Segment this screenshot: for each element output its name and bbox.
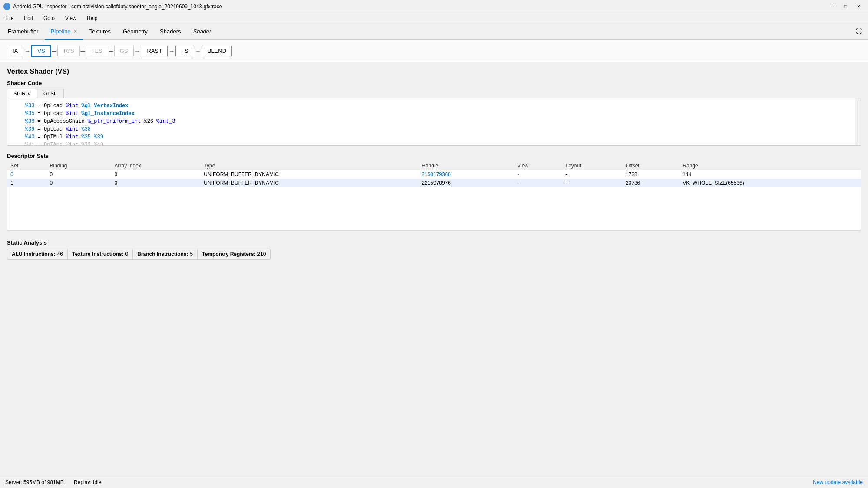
- col-layout: Layout: [562, 162, 622, 170]
- cell-binding-0: 0: [46, 170, 111, 179]
- tab-bar: Framebuffer Pipeline ✕ Textures Geometry…: [0, 23, 868, 40]
- main-content: Vertex Shader (VS) Shader Code SPIR-V GL…: [0, 62, 868, 474]
- analysis-texture: Texture Instructions: 0: [68, 249, 133, 259]
- vertex-shader-title: Vertex Shader (VS): [7, 68, 861, 75]
- stage-gs[interactable]: GS: [114, 46, 134, 56]
- cell-layout-0: -: [562, 170, 622, 179]
- menu-edit[interactable]: Edit: [20, 14, 36, 22]
- tab-framebuffer[interactable]: Framebuffer: [2, 23, 45, 40]
- table-row: 1 0 0 UNIFORM_BUFFER_DYNAMIC 2215970976 …: [7, 179, 861, 187]
- static-analysis-title: Static Analysis: [7, 239, 861, 246]
- maximize-panel-button[interactable]: ⛶: [853, 27, 865, 36]
- cell-handle-0: 2150179360: [418, 170, 514, 179]
- tab-pipeline-close[interactable]: ✕: [73, 29, 77, 34]
- stage-fs[interactable]: FS: [175, 46, 194, 56]
- cell-set-0: 0: [7, 170, 46, 179]
- cell-view-1: -: [514, 179, 562, 187]
- branch-value: 5: [190, 251, 193, 257]
- col-type: Type: [200, 162, 418, 170]
- maximize-button[interactable]: □: [839, 2, 851, 11]
- arrow-gs-rast: →: [134, 48, 142, 55]
- code-line-5: %40 = OpIMul %int %35 %39: [13, 133, 855, 141]
- temp-value: 210: [257, 251, 266, 257]
- app-icon: [3, 3, 10, 10]
- analysis-alu: ALU Instructions: 46: [7, 249, 68, 259]
- window-controls: ─ □ ✕: [826, 2, 865, 11]
- code-line-1: %33 = OpLoad %int %gl_VertexIndex: [13, 102, 855, 110]
- col-view: View: [514, 162, 562, 170]
- arrow-tcs-tes: ─: [80, 48, 86, 55]
- update-link[interactable]: New update available: [813, 479, 863, 485]
- texture-label: Texture Instructions:: [72, 251, 123, 257]
- tab-geometry[interactable]: Geometry: [117, 23, 154, 40]
- col-array-index: Array Index: [111, 162, 201, 170]
- close-button[interactable]: ✕: [852, 2, 865, 11]
- shader-code-block[interactable]: %33 = OpLoad %int %gl_VertexIndex %35 = …: [7, 98, 861, 146]
- title-bar: Android GPU Inspector - com.activision.c…: [0, 0, 868, 13]
- arrow-tes-gs: ─: [108, 48, 114, 55]
- cell-type-0: UNIFORM_BUFFER_DYNAMIC: [200, 170, 418, 179]
- tab-glsl[interactable]: GLSL: [37, 89, 63, 98]
- tab-shader[interactable]: Shader: [187, 23, 217, 40]
- menu-file[interactable]: File: [2, 14, 17, 22]
- cell-offset-1: 20736: [622, 179, 679, 187]
- status-left: Server: 595MB of 981MB Replay: Idle: [5, 479, 101, 485]
- branch-label: Branch Instructions:: [137, 251, 188, 257]
- code-line-6: %41 = OpIAdd %int %33 %40: [13, 141, 855, 146]
- texture-value: 0: [125, 251, 129, 257]
- menu-view[interactable]: View: [62, 14, 80, 22]
- server-status: Server: 595MB of 981MB: [5, 479, 64, 485]
- arrow-vs-tcs: ─: [51, 48, 57, 55]
- code-scrollbar[interactable]: [855, 98, 861, 145]
- menu-bar: File Edit Goto View Help: [0, 13, 868, 23]
- col-offset: Offset: [622, 162, 679, 170]
- table-row: 0 0 0 UNIFORM_BUFFER_DYNAMIC 2150179360 …: [7, 170, 861, 179]
- arrow-rast-fs: →: [168, 48, 175, 55]
- alu-label: ALU Instructions:: [12, 251, 56, 257]
- pipeline-bar: IA → VS ─ TCS ─ TES ─ GS → RAST → FS → B…: [0, 40, 868, 62]
- cell-range-1: VK_WHOLE_SIZE(65536): [679, 179, 861, 187]
- col-range: Range: [679, 162, 861, 170]
- cell-binding-1: 0: [46, 179, 111, 187]
- stage-rast[interactable]: RAST: [142, 46, 168, 56]
- arrow-fs-blend: →: [194, 48, 202, 55]
- tab-pipeline[interactable]: Pipeline ✕: [45, 23, 83, 40]
- code-line-3: %38 = OpAccessChain %_ptr_Uniform_int %2…: [13, 118, 855, 125]
- replay-status: Replay: Idle: [74, 479, 101, 485]
- handle-link-0[interactable]: 2150179360: [422, 171, 451, 177]
- table-empty-area: [7, 187, 861, 231]
- cell-view-0: -: [514, 170, 562, 179]
- set-link-0[interactable]: 0: [10, 171, 13, 177]
- cell-offset-0: 1728: [622, 170, 679, 179]
- col-set: Set: [7, 162, 46, 170]
- tab-shaders[interactable]: Shaders: [154, 23, 187, 40]
- cell-handle-1: 2215970976: [418, 179, 514, 187]
- tab-textures[interactable]: Textures: [83, 23, 117, 40]
- stage-tcs[interactable]: TCS: [57, 46, 80, 56]
- stage-vs[interactable]: VS: [31, 45, 51, 57]
- shader-code-title: Shader Code: [7, 80, 861, 86]
- cell-layout-1: -: [562, 179, 622, 187]
- menu-help[interactable]: Help: [83, 14, 101, 22]
- descriptor-sets-title: Descriptor Sets: [7, 153, 861, 159]
- stage-blend[interactable]: BLEND: [202, 46, 232, 56]
- cell-range-0: 144: [679, 170, 861, 179]
- minimize-button[interactable]: ─: [826, 2, 838, 11]
- stage-ia[interactable]: IA: [7, 46, 23, 56]
- cell-set-1: 1: [7, 179, 46, 187]
- arrow-ia-vs: →: [23, 48, 31, 55]
- stage-tes[interactable]: TES: [86, 46, 108, 56]
- analysis-box: ALU Instructions: 46 Texture Instruction…: [7, 249, 271, 260]
- static-analysis-section: Static Analysis ALU Instructions: 46 Tex…: [7, 239, 861, 260]
- temp-label: Temporary Registers:: [202, 251, 255, 257]
- descriptor-sets-table: Set Binding Array Index Type Handle View…: [7, 162, 861, 187]
- code-tabs: SPIR-V GLSL: [7, 89, 64, 98]
- status-bar: Server: 595MB of 981MB Replay: Idle New …: [0, 476, 868, 488]
- tab-spirv[interactable]: SPIR-V: [7, 89, 37, 98]
- code-line-2: %35 = OpLoad %int %gl_InstanceIndex: [13, 110, 855, 118]
- analysis-branch: Branch Instructions: 5: [133, 249, 198, 259]
- analysis-temp: Temporary Registers: 210: [198, 249, 270, 259]
- code-line-4: %39 = OpLoad %int %38: [13, 125, 855, 133]
- col-binding: Binding: [46, 162, 111, 170]
- menu-goto[interactable]: Goto: [40, 14, 58, 22]
